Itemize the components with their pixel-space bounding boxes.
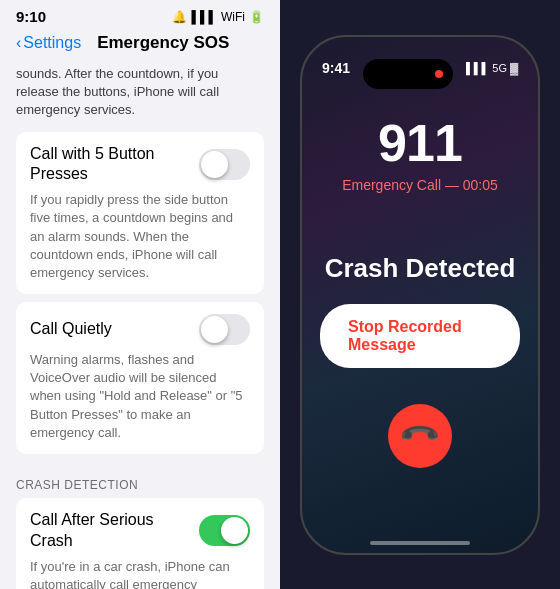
back-label: Settings <box>23 34 81 52</box>
call-5-presses-toggle[interactable] <box>199 149 250 180</box>
phone-signal-icon: ▌▌▌ <box>466 62 489 74</box>
phone-status-time: 9:41 <box>322 60 350 76</box>
call-5-presses-row: Call with 5 Button Presses <box>30 144 250 186</box>
call-5-presses-title: Call with 5 Button Presses <box>30 144 199 186</box>
phone-battery-icon: ▓ <box>510 62 518 74</box>
recording-dot-icon <box>435 70 443 78</box>
end-call-icon: 📞 <box>398 413 443 458</box>
end-call-button[interactable]: 📞 <box>388 404 452 468</box>
call-quietly-desc: Warning alarms, flashes and VoiceOver au… <box>30 351 250 442</box>
crash-detection-desc: If you're in a car crash, iPhone can aut… <box>30 558 250 589</box>
phone-network-icon: 5G <box>492 62 507 74</box>
status-bar-left: 9:10 🔔 ▌▌▌ WiFi 🔋 <box>0 0 280 29</box>
settings-content: sounds. After the countdown, if you rele… <box>0 61 280 589</box>
bell-icon: 🔔 <box>172 10 187 24</box>
crash-detection-header: CRASH DETECTION <box>0 462 280 498</box>
stop-button-label: Stop Recorded Message <box>348 318 492 354</box>
phone-frame: 9:41 ▌▌▌ 5G ▓ 911 Emergency Call — 00:05… <box>300 35 540 555</box>
status-icons-left: 🔔 ▌▌▌ WiFi 🔋 <box>172 10 264 24</box>
phone-status-icons: ▌▌▌ 5G ▓ <box>466 62 518 74</box>
page-title: Emergency SOS <box>97 33 229 53</box>
call-quietly-toggle[interactable] <box>199 314 250 345</box>
call-quietly-title: Call Quietly <box>30 319 199 340</box>
status-time-left: 9:10 <box>16 8 46 25</box>
home-indicator <box>370 541 470 545</box>
battery-icon: 🔋 <box>249 10 264 24</box>
call-5-presses-desc: If you rapidly press the side button fiv… <box>30 191 250 282</box>
phone-panel: 9:41 ▌▌▌ 5G ▓ 911 Emergency Call — 00:05… <box>280 0 560 589</box>
settings-panel: 9:10 🔔 ▌▌▌ WiFi 🔋 ‹ Settings Emergency S… <box>0 0 280 589</box>
emergency-label: Emergency Call — 00:05 <box>342 177 498 193</box>
emergency-number: 911 <box>378 113 462 173</box>
chevron-left-icon: ‹ <box>16 34 21 52</box>
signal-icon: ▌▌▌ <box>191 10 217 24</box>
call-quietly-card: Call Quietly Warning alarms, flashes and… <box>16 302 264 454</box>
wifi-icon: WiFi <box>221 10 245 24</box>
call-5-presses-card: Call with 5 Button Presses If you rapidl… <box>16 132 264 295</box>
stop-recorded-message-button[interactable]: Stop Recorded Message <box>320 304 520 368</box>
crash-detection-toggle[interactable] <box>199 515 250 546</box>
intro-text: sounds. After the countdown, if you rele… <box>0 61 280 132</box>
crash-detected-title: Crash Detected <box>325 253 516 284</box>
crash-detection-card: Call After Serious Crash If you're in a … <box>16 498 264 589</box>
crash-detection-title: Call After Serious Crash <box>30 510 199 552</box>
dynamic-island <box>363 59 453 89</box>
crash-detection-row: Call After Serious Crash <box>30 510 250 552</box>
nav-header: ‹ Settings Emergency SOS <box>0 29 280 61</box>
back-button[interactable]: ‹ Settings <box>16 34 81 52</box>
call-quietly-row: Call Quietly <box>30 314 250 345</box>
